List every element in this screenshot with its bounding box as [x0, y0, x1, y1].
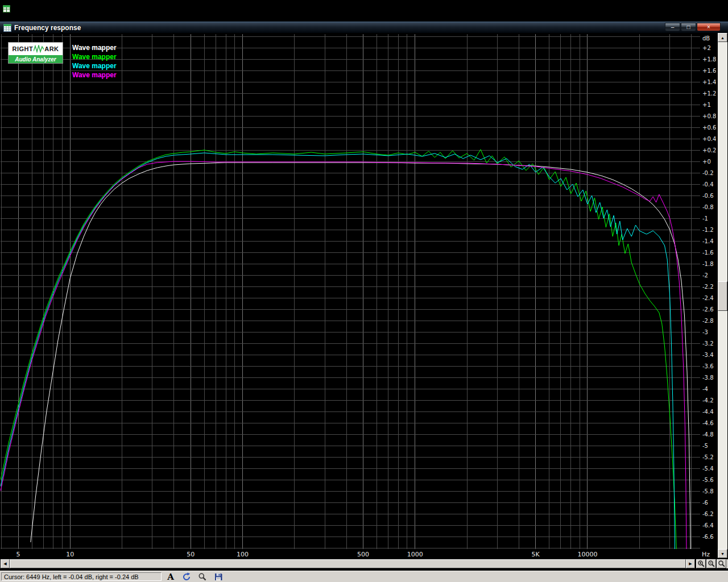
- svg-text:-4.8: -4.8: [702, 431, 714, 438]
- scroll-left-button[interactable]: ◀: [1, 559, 10, 568]
- svg-text:-4.2: -4.2: [702, 397, 714, 404]
- legend-entry: Wave mapper: [72, 52, 186, 61]
- svg-text:+0.4: +0.4: [702, 136, 716, 142]
- titlebar[interactable]: Frequency response – □ ×: [0, 22, 728, 33]
- svg-text:+0: +0: [702, 159, 711, 165]
- svg-text:+1.6: +1.6: [702, 68, 716, 74]
- horizontal-scroll-thumb[interactable]: [10, 559, 686, 568]
- svg-text:5K: 5K: [532, 551, 540, 558]
- screen: Frequency response – □ × dB+2+1.8+1.6+1.…: [0, 0, 728, 582]
- scroll-up-icon: ▲: [721, 36, 725, 40]
- svg-text:-5.8: -5.8: [702, 488, 714, 494]
- close-button[interactable]: ×: [697, 23, 721, 31]
- scroll-right-icon: ▶: [689, 562, 692, 566]
- svg-text:+1.2: +1.2: [702, 90, 716, 97]
- svg-text:-4.6: -4.6: [702, 420, 714, 426]
- zoom-reset-button[interactable]: [717, 559, 726, 568]
- font-icon: A: [167, 573, 174, 581]
- svg-text:-5.2: -5.2: [702, 454, 714, 460]
- refresh-icon: [182, 572, 191, 581]
- svg-text:-2: -2: [702, 272, 708, 278]
- svg-text:-3.4: -3.4: [702, 352, 714, 358]
- svg-text:+1.4: +1.4: [702, 79, 716, 85]
- svg-text:+0.6: +0.6: [702, 124, 716, 131]
- svg-text:-6.4: -6.4: [702, 522, 714, 529]
- maximize-button[interactable]: □: [681, 23, 696, 31]
- scroll-down-icon: ▼: [721, 552, 725, 556]
- desktop-app-icon: [3, 5, 10, 13]
- svg-text:-1.6: -1.6: [702, 250, 714, 256]
- svg-text:Hz: Hz: [702, 551, 710, 558]
- svg-text:-6: -6: [702, 500, 708, 506]
- svg-text:+0.8: +0.8: [702, 113, 716, 119]
- svg-text:+1.8: +1.8: [702, 56, 716, 63]
- refresh-button[interactable]: [181, 572, 192, 582]
- minimize-button[interactable]: –: [665, 23, 680, 31]
- legend-entry: Wave mapper: [72, 61, 186, 70]
- minimize-icon: –: [671, 24, 675, 30]
- zoom-in-icon: [697, 560, 705, 568]
- scroll-left-icon: ◀: [3, 562, 6, 566]
- svg-text:-3: -3: [702, 329, 708, 335]
- svg-text:-1.4: -1.4: [702, 238, 714, 244]
- font-button[interactable]: A: [166, 572, 176, 582]
- legend-entries: Wave mapper Wave mapper Wave mapper Wave…: [72, 43, 186, 80]
- zoom-reset-icon: [718, 560, 726, 568]
- svg-text:-3.2: -3.2: [702, 340, 714, 347]
- svg-text:-0.6: -0.6: [702, 193, 714, 199]
- svg-text:-2.4: -2.4: [702, 295, 714, 301]
- svg-text:+2: +2: [702, 45, 711, 51]
- status-toolbar: A: [166, 572, 224, 582]
- scroll-down-button[interactable]: ▼: [718, 549, 727, 558]
- svg-text:50: 50: [187, 551, 195, 558]
- frequency-response-chart[interactable]: dB+2+1.8+1.6+1.4+1.2+1+0.8+0.6+0.4+0.2+0…: [1, 33, 716, 558]
- svg-text:-0.4: -0.4: [702, 181, 714, 188]
- svg-text:+1: +1: [702, 102, 711, 108]
- svg-text:-0.2: -0.2: [702, 170, 714, 176]
- legend-entry: Wave mapper: [72, 43, 186, 52]
- svg-text:100: 100: [237, 551, 249, 558]
- svg-text:5: 5: [16, 551, 20, 558]
- svg-text:-4: -4: [702, 386, 708, 392]
- svg-text:-6.6: -6.6: [702, 534, 714, 540]
- restore-icon: □: [686, 24, 690, 30]
- waveform-icon: [34, 45, 44, 53]
- svg-text:-2.2: -2.2: [702, 284, 714, 290]
- zoom-tool-button[interactable]: [197, 572, 208, 582]
- svg-text:500: 500: [357, 551, 369, 558]
- svg-text:-3.6: -3.6: [702, 363, 714, 369]
- horizontal-scrollbar[interactable]: ◀ ▶: [1, 559, 695, 568]
- svg-text:dB: dB: [702, 35, 710, 41]
- window-title: Frequency response: [14, 24, 81, 32]
- svg-text:-4.4: -4.4: [702, 409, 714, 415]
- status-bar: Cursor: 6449 Hz, left = -0.04 dB, right …: [0, 571, 728, 582]
- scroll-up-button[interactable]: ▲: [718, 33, 727, 42]
- legend-entry: Wave mapper: [72, 70, 186, 80]
- svg-text:-6.2: -6.2: [702, 511, 714, 517]
- svg-text:10: 10: [66, 551, 74, 558]
- svg-text:-1.8: -1.8: [702, 261, 714, 267]
- cursor-readout: Cursor: 6449 Hz, left = -0.04 dB, right …: [1, 572, 162, 581]
- save-button[interactable]: [213, 572, 224, 582]
- desktop-strip: [0, 0, 728, 22]
- window-controls: – □ ×: [665, 23, 721, 31]
- floppy-icon: [214, 572, 223, 581]
- zoom-out-button[interactable]: [706, 559, 716, 568]
- rightmark-logo: RIGHT ARK Audio Analyzer: [8, 42, 63, 64]
- svg-text:-2.6: -2.6: [702, 306, 714, 313]
- vertical-scrollbar[interactable]: ▲ ▼: [718, 33, 727, 558]
- svg-text:-5.4: -5.4: [702, 465, 714, 472]
- vertical-scroll-thumb[interactable]: [718, 281, 727, 311]
- magnifier-icon: [198, 572, 207, 581]
- svg-text:-1: -1: [702, 215, 708, 222]
- zoom-out-icon: [708, 560, 715, 568]
- close-icon: ×: [707, 24, 710, 30]
- logo-text-left: RIGHT: [12, 45, 33, 52]
- logo-text-right: ARK: [44, 45, 59, 52]
- svg-text:-5.6: -5.6: [702, 477, 714, 483]
- scroll-right-button[interactable]: ▶: [686, 559, 695, 568]
- logo-subtitle: Audio Analyzer: [9, 55, 63, 63]
- zoom-in-button[interactable]: [696, 559, 706, 568]
- svg-text:-0.8: -0.8: [702, 204, 714, 210]
- svg-text:-5: -5: [702, 443, 708, 449]
